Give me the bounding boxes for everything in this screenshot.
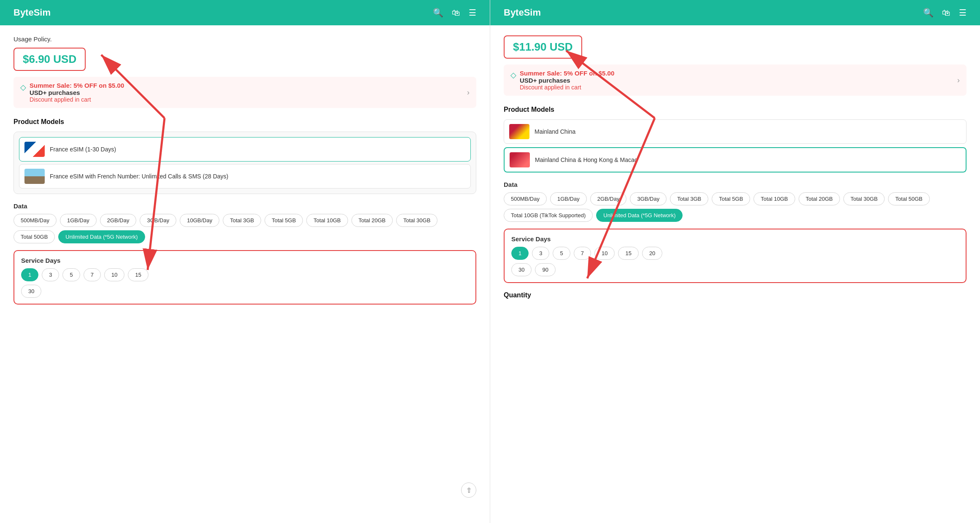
r-data-opt-total50gb[interactable]: Total 50GB bbox=[888, 192, 929, 205]
left-content: Usage Policy. $6.90 USD ◇ Summer Sale: 5… bbox=[0, 25, 490, 323]
model-label-mainland: Mainland China bbox=[535, 128, 575, 135]
right-sale-discount: Discount applied in cart bbox=[520, 84, 954, 91]
right-quantity-title: Quantity bbox=[504, 291, 967, 299]
model-thumb-arch bbox=[24, 169, 45, 184]
sale-chevron-right-icon: › bbox=[467, 88, 470, 97]
right-sale-title: Summer Sale: 5% OFF on $5.00 bbox=[520, 70, 954, 77]
model-label-france-esim: France eSIM (1-30 Days) bbox=[50, 146, 116, 153]
usage-policy-text: Usage Policy. bbox=[13, 35, 476, 43]
right-data-options: 500MB/Day 1GB/Day 2GB/Day 3GB/Day Total … bbox=[504, 192, 967, 222]
left-price: $6.90 USD bbox=[23, 53, 76, 65]
r-data-opt-1gb[interactable]: 1GB/Day bbox=[550, 192, 587, 205]
left-sale-discount: Discount applied in cart bbox=[30, 96, 464, 103]
data-opt-2gb[interactable]: 2GB/Day bbox=[100, 214, 137, 227]
left-logo: ByteSim bbox=[13, 7, 51, 18]
left-header-icons: 🔍 🛍 ☰ bbox=[433, 8, 476, 18]
day-opt-3[interactable]: 3 bbox=[42, 268, 59, 281]
day-opt-1[interactable]: 1 bbox=[21, 268, 38, 281]
r-data-opt-total20gb[interactable]: Total 20GB bbox=[799, 192, 840, 205]
r-data-opt-total10gb[interactable]: Total 10GB bbox=[753, 192, 795, 205]
left-sale-banner[interactable]: ◇ Summer Sale: 5% OFF on $5.00 USD+ purc… bbox=[13, 77, 476, 108]
left-sale-title: Summer Sale: 5% OFF on $5.00 bbox=[30, 82, 464, 89]
right-sale-subtitle: USD+ purchases bbox=[520, 77, 954, 84]
data-opt-3gb[interactable]: 3GB/Day bbox=[140, 214, 176, 227]
right-cart-icon[interactable]: 🛍 bbox=[942, 8, 950, 18]
right-product-models-title: Product Models bbox=[504, 106, 967, 113]
right-menu-icon[interactable]: ☰ bbox=[959, 8, 967, 18]
data-opt-unlimited[interactable]: Unlimited Data (*5G Network) bbox=[58, 230, 145, 243]
left-sale-subtitle: USD+ purchases bbox=[30, 89, 464, 96]
r-data-opt-total3gb[interactable]: Total 3GB bbox=[670, 192, 708, 205]
r-data-opt-tiktok[interactable]: Total 10GB (TikTok Supported) bbox=[504, 209, 593, 222]
day-opt-7[interactable]: 7 bbox=[84, 268, 101, 281]
r-data-opt-2gb[interactable]: 2GB/Day bbox=[590, 192, 627, 205]
diamond-icon: ◇ bbox=[20, 83, 26, 92]
r-day-opt-1[interactable]: 1 bbox=[511, 247, 529, 260]
right-data-section: Data 500MB/Day 1GB/Day 2GB/Day 3GB/Day T… bbox=[504, 181, 967, 222]
r-day-opt-3[interactable]: 3 bbox=[532, 247, 549, 260]
r-day-opt-10[interactable]: 10 bbox=[594, 247, 615, 260]
left-service-label: Service Days bbox=[21, 257, 469, 264]
r-day-opt-7[interactable]: 7 bbox=[574, 247, 591, 260]
right-sale-chevron-icon: › bbox=[957, 76, 960, 85]
day-opt-15[interactable]: 15 bbox=[128, 268, 148, 281]
data-opt-total-10gb[interactable]: Total 10GB bbox=[306, 214, 348, 227]
right-content: $11.90 USD ◇ Summer Sale: 5% OFF on $5.0… bbox=[490, 25, 980, 315]
right-header-icons: 🔍 🛍 ☰ bbox=[923, 8, 967, 18]
left-product-models-title: Product Models bbox=[13, 118, 476, 126]
r-data-opt-3gb[interactable]: 3GB/Day bbox=[630, 192, 667, 205]
right-search-icon[interactable]: 🔍 bbox=[923, 8, 934, 18]
left-sale-text: Summer Sale: 5% OFF on $5.00 USD+ purcha… bbox=[30, 82, 464, 103]
r-data-opt-total30gb[interactable]: Total 30GB bbox=[843, 192, 885, 205]
r-day-opt-90[interactable]: 90 bbox=[535, 263, 555, 276]
model-label-mainland-hk: Mainland China & Hong Kong & Macao bbox=[535, 156, 638, 163]
cart-icon[interactable]: 🛍 bbox=[452, 8, 460, 18]
right-diamond-icon: ◇ bbox=[510, 70, 516, 80]
left-data-label: Data bbox=[13, 202, 476, 210]
r-data-opt-500mb[interactable]: 500MB/Day bbox=[504, 192, 547, 205]
right-panel: ByteSim 🔍 🛍 ☰ $11.90 USD ◇ Summer Sale: … bbox=[490, 0, 980, 523]
model-thumb-mainland bbox=[509, 124, 529, 139]
day-opt-5[interactable]: 5 bbox=[62, 268, 80, 281]
data-opt-total-20gb[interactable]: Total 20GB bbox=[351, 214, 393, 227]
data-opt-total-5gb[interactable]: Total 5GB bbox=[265, 214, 303, 227]
r-data-opt-total5gb[interactable]: Total 5GB bbox=[712, 192, 750, 205]
data-opt-10gb-day[interactable]: 10GB/Day bbox=[180, 214, 219, 227]
model-item-mainland-hk[interactable]: Mainland China & Hong Kong & Macao bbox=[504, 147, 967, 173]
left-models-container: France eSIM (1-30 Days) France eSIM with… bbox=[13, 132, 476, 194]
day-opt-10[interactable]: 10 bbox=[104, 268, 124, 281]
model-item-france-number[interactable]: France eSIM with French Number: Unlimite… bbox=[19, 164, 471, 189]
right-sale-banner[interactable]: ◇ Summer Sale: 5% OFF on $5.00 USD+ purc… bbox=[504, 65, 967, 96]
r-day-opt-15[interactable]: 15 bbox=[618, 247, 638, 260]
right-service-days-section: Service Days 1 3 5 7 10 15 20 30 90 bbox=[504, 229, 967, 283]
data-opt-total-30gb[interactable]: Total 30GB bbox=[396, 214, 437, 227]
day-opt-30[interactable]: 30 bbox=[21, 285, 41, 298]
left-panel: ByteSim 🔍 🛍 ☰ Usage Policy. $6.90 USD ◇ … bbox=[0, 0, 490, 523]
data-opt-500mb[interactable]: 500MB/Day bbox=[13, 214, 57, 227]
r-day-opt-20[interactable]: 20 bbox=[642, 247, 662, 260]
r-data-opt-unlimited[interactable]: Unlimited Data (*5G Network) bbox=[596, 209, 683, 222]
data-opt-total-50gb[interactable]: Total 50GB bbox=[13, 230, 55, 243]
right-data-label: Data bbox=[504, 181, 967, 188]
data-opt-total-3gb[interactable]: Total 3GB bbox=[223, 214, 261, 227]
left-service-days-options: 1 3 5 7 10 15 bbox=[21, 268, 469, 281]
scroll-up-button[interactable]: ⇧ bbox=[461, 483, 476, 498]
data-opt-1gb[interactable]: 1GB/Day bbox=[60, 214, 97, 227]
r-day-opt-5[interactable]: 5 bbox=[553, 247, 570, 260]
left-service-days-row2: 30 bbox=[21, 285, 469, 298]
model-thumb-france bbox=[24, 142, 45, 157]
right-sale-text: Summer Sale: 5% OFF on $5.00 USD+ purcha… bbox=[520, 70, 954, 91]
left-data-options: 500MB/Day 1GB/Day 2GB/Day 3GB/Day 10GB/D… bbox=[13, 214, 476, 243]
model-thumb-mainland-hk bbox=[510, 152, 530, 167]
r-day-opt-30[interactable]: 30 bbox=[511, 263, 532, 276]
right-price-box: $11.90 USD bbox=[504, 35, 582, 59]
right-service-label: Service Days bbox=[511, 235, 959, 243]
left-service-days-section: Service Days 1 3 5 7 10 15 30 bbox=[13, 250, 476, 305]
search-icon[interactable]: 🔍 bbox=[433, 8, 443, 18]
right-service-days-row2: 30 90 bbox=[511, 263, 959, 276]
model-label-france-number: France eSIM with French Number: Unlimite… bbox=[50, 173, 228, 180]
model-item-france-esim[interactable]: France eSIM (1-30 Days) bbox=[19, 137, 471, 162]
left-data-section: Data 500MB/Day 1GB/Day 2GB/Day 3GB/Day 1… bbox=[13, 202, 476, 243]
menu-icon[interactable]: ☰ bbox=[469, 8, 476, 18]
model-item-mainland[interactable]: Mainland China bbox=[504, 119, 967, 144]
